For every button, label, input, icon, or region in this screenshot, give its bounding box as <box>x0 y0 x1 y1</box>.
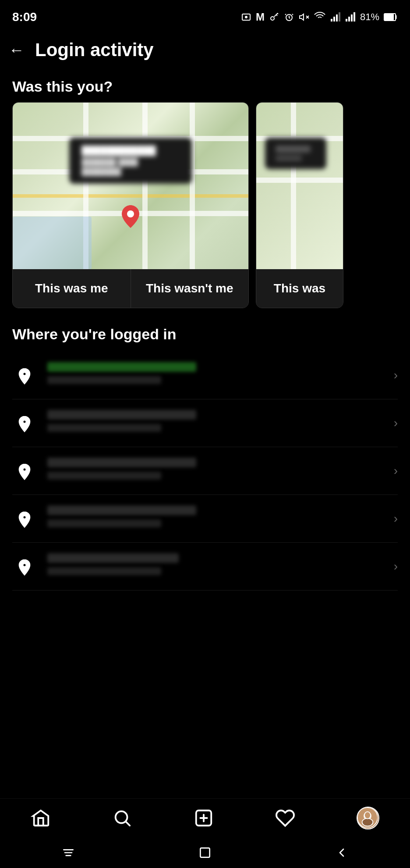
tooltip-sub2: ████████ <box>81 168 180 176</box>
recent-apps-icon <box>61 846 75 860</box>
login-item-arrow-1: › <box>394 368 398 382</box>
key-icon <box>269 12 279 22</box>
gmail-icon: M <box>256 11 265 23</box>
heart-icon <box>275 808 295 828</box>
svg-rect-6 <box>331 19 332 21</box>
where-logged-in-title: Where you're logged in <box>12 326 398 343</box>
login-item-content-2 <box>47 410 383 432</box>
page-title: Login activity <box>35 39 154 60</box>
avatar-svg <box>357 808 378 828</box>
login-item[interactable]: › <box>12 543 398 591</box>
map-road <box>142 103 148 269</box>
login-item[interactable]: › <box>12 352 398 399</box>
svg-point-16 <box>127 210 134 217</box>
this-was-partial-button[interactable]: This was <box>256 269 343 308</box>
was-this-you-title: Was this you? <box>0 69 410 102</box>
tooltip-title: ████████████ <box>81 146 180 156</box>
partial-tooltip-line1 <box>276 146 311 153</box>
login-item-sub-2 <box>47 424 161 432</box>
login-item-content-5 <box>47 553 383 575</box>
avatar-face <box>357 808 378 829</box>
map-tooltip: ████████████ ███████ ████ ████████ <box>69 138 192 184</box>
alarm-icon <box>284 12 294 22</box>
card-partial-buttons: This was <box>256 269 343 308</box>
login-item-arrow-5: › <box>394 559 398 573</box>
login-item-content-3 <box>47 458 383 480</box>
card-map-1: ████████████ ███████ ████ ████████ <box>13 103 248 269</box>
nav-profile-button[interactable] <box>357 807 379 829</box>
login-item-title-3 <box>47 458 196 467</box>
status-time: 8:09 <box>12 10 37 24</box>
status-bar: 8:09 M 81% <box>0 0 410 31</box>
login-cards-carousel[interactable]: ████████████ ███████ ████ ████████ This … <box>0 102 410 308</box>
card-buttons-1: This was me This wasn't me <box>13 269 248 308</box>
was-this-you-section: Was this you? ████████████ ███████ ████ … <box>0 69 410 308</box>
login-item-title-4 <box>47 505 196 515</box>
header: ← Login activity <box>0 31 410 69</box>
map-road <box>256 178 343 183</box>
where-logged-in-section: Where you're logged in › › <box>0 308 410 599</box>
this-was-me-button[interactable]: This was me <box>13 269 131 308</box>
login-item-arrow-4: › <box>394 512 398 526</box>
profile-avatar <box>357 807 379 829</box>
login-card-2: This was <box>256 102 343 308</box>
svg-rect-15 <box>385 14 393 20</box>
login-item[interactable]: › <box>12 399 398 447</box>
nav-create-button[interactable] <box>194 808 214 828</box>
mute-icon <box>299 12 309 22</box>
system-back-icon <box>335 846 349 860</box>
location-icon-5 <box>12 555 37 580</box>
location-icon-2 <box>12 412 37 436</box>
partial-tooltip-line2 <box>276 155 302 161</box>
status-icons: M 81% <box>241 11 398 23</box>
back-button[interactable]: ← <box>9 41 25 59</box>
pin-svg-4 <box>16 511 33 528</box>
login-item-content-1 <box>47 362 383 384</box>
location-icon-4 <box>12 507 37 532</box>
login-item[interactable]: › <box>12 447 398 495</box>
system-home-button[interactable] <box>187 842 223 864</box>
svg-point-2 <box>271 17 274 20</box>
signal1-icon <box>330 12 341 22</box>
battery-percent: 81% <box>360 11 379 23</box>
map-water <box>13 217 92 269</box>
svg-rect-10 <box>346 19 347 21</box>
login-item-sub-4 <box>47 519 161 527</box>
pin-svg-2 <box>16 415 33 433</box>
pin-svg-1 <box>16 367 33 385</box>
nav-home-button[interactable] <box>31 808 51 828</box>
login-item-sub-3 <box>47 472 161 480</box>
this-wasnt-me-button[interactable]: This wasn't me <box>131 269 249 308</box>
svg-rect-9 <box>339 12 340 21</box>
login-item[interactable]: › <box>12 495 398 543</box>
location-icon-3 <box>12 459 37 484</box>
login-card-1: ████████████ ███████ ████ ████████ This … <box>12 102 249 308</box>
login-item-arrow-2: › <box>394 416 398 430</box>
pin-svg-5 <box>16 559 33 576</box>
bottom-spacer <box>0 599 410 687</box>
login-item-content-4 <box>47 505 383 527</box>
map-road <box>291 103 296 269</box>
photo-icon <box>241 12 251 22</box>
svg-rect-11 <box>348 17 350 21</box>
svg-rect-13 <box>353 12 355 21</box>
svg-rect-12 <box>351 14 353 21</box>
map-road <box>190 103 195 269</box>
login-item-title-2 <box>47 410 196 420</box>
login-item-arrow-3: › <box>394 464 398 478</box>
system-navigation <box>0 837 410 868</box>
login-item-title-1 <box>47 362 196 372</box>
map-pin <box>122 205 139 230</box>
login-item-sub-5 <box>47 567 161 575</box>
nav-heart-button[interactable] <box>275 808 295 828</box>
recent-apps-button[interactable] <box>51 842 86 864</box>
login-item-title-5 <box>47 553 179 563</box>
system-back-button[interactable] <box>324 842 359 864</box>
svg-rect-8 <box>336 14 338 21</box>
location-icon-1 <box>12 364 37 388</box>
create-icon <box>194 808 214 828</box>
map-partial-tooltip <box>265 138 326 169</box>
nav-search-button[interactable] <box>112 808 132 828</box>
svg-rect-7 <box>333 17 335 21</box>
card-map-2 <box>256 103 343 269</box>
